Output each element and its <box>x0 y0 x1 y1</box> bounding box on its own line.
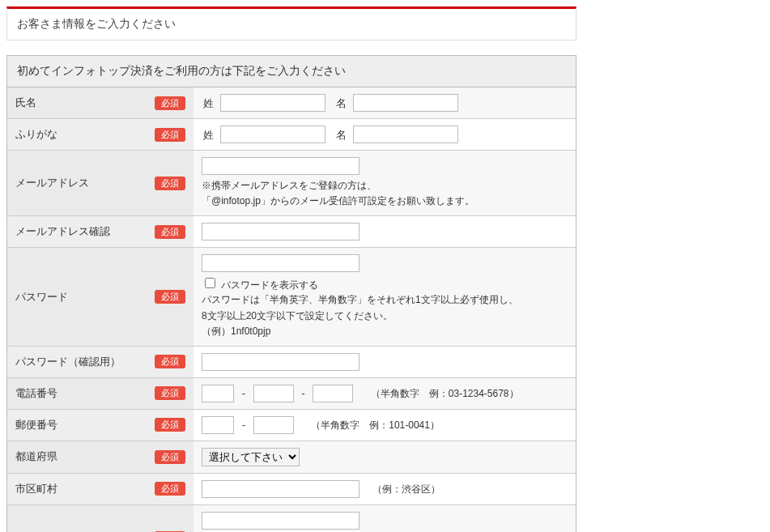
required-badge: 必須 <box>155 418 185 432</box>
password-hint3: （例）1nf0t0pjp <box>202 324 568 339</box>
zip1-input[interactable] <box>202 416 234 434</box>
tel-sep2: - <box>301 387 304 399</box>
zip-sep: - <box>242 419 245 431</box>
form-box: 初めてインフォトップ決済をご利用の方は下記をご入力ください 氏名 必須 姓 名 <box>6 55 576 532</box>
section-title-text: 初めてインフォトップ決済をご利用の方は下記をご入力ください <box>17 64 346 77</box>
lastname-input[interactable] <box>220 94 325 112</box>
city-input[interactable] <box>202 480 359 498</box>
required-badge: 必須 <box>155 96 185 110</box>
zip-hint: （半角数字 例：101-0041） <box>311 419 440 431</box>
page-title: お客さま情報をご入力ください <box>6 6 576 40</box>
page-title-text: お客さま情報をご入力ください <box>17 17 176 30</box>
password-confirm-input[interactable] <box>202 353 359 371</box>
kana-firstname-input[interactable] <box>353 126 458 143</box>
label-kana-last: 姓 <box>203 128 214 143</box>
required-badge: 必須 <box>155 290 185 304</box>
label-name: 氏名 <box>15 96 36 110</box>
required-badge: 必須 <box>155 225 185 239</box>
email-hint2: 「@infotop.jp」からのメール受信許可設定をお願い致します。 <box>202 194 568 209</box>
password-input[interactable] <box>202 254 359 272</box>
email-confirm-input[interactable] <box>202 223 359 240</box>
required-badge: 必須 <box>155 450 185 464</box>
tel-sep1: - <box>242 387 245 399</box>
label-zip: 郵便番号 <box>15 418 57 432</box>
address-input[interactable] <box>202 512 359 530</box>
label-kana: ふりがな <box>15 127 57 142</box>
kana-lastname-input[interactable] <box>220 126 325 143</box>
show-password-label: パスワードを表示する <box>221 279 318 291</box>
zip2-input[interactable] <box>253 416 294 434</box>
tel3-input[interactable] <box>313 385 353 402</box>
email-input[interactable] <box>202 157 359 175</box>
label-kana-first: 名 <box>336 128 347 143</box>
label-lastname: 姓 <box>203 96 214 111</box>
label-city: 市区町村 <box>15 482 57 496</box>
form-table: 氏名 必須 姓 名 ふりがな <box>7 87 576 532</box>
show-password-checkbox[interactable] <box>205 278 215 288</box>
required-badge: 必須 <box>155 355 185 368</box>
required-badge: 必須 <box>155 386 185 400</box>
password-hint1: パスワードは「半角英字、半角数字」をそれぞれ1文字以上必ず使用し、 <box>202 292 568 308</box>
city-hint: （例：渋谷区） <box>372 483 440 495</box>
required-badge: 必須 <box>155 482 185 496</box>
label-firstname: 名 <box>336 96 347 111</box>
required-badge: 必須 <box>155 128 185 142</box>
email-hint1: ※携帯メールアドレスをご登録の方は、 <box>202 178 568 194</box>
label-password: パスワード <box>15 290 68 304</box>
firstname-input[interactable] <box>353 94 458 112</box>
required-badge: 必須 <box>155 177 185 190</box>
label-tel: 電話番号 <box>15 386 57 401</box>
tel1-input[interactable] <box>202 385 234 402</box>
label-password-confirm: パスワード（確認用） <box>15 355 121 369</box>
label-email-confirm: メールアドレス確認 <box>15 224 110 239</box>
password-hint2: 8文字以上20文字以下で設定してください。 <box>202 309 568 324</box>
label-pref: 都道府県 <box>15 449 57 464</box>
label-email: メールアドレス <box>15 176 89 190</box>
tel2-input[interactable] <box>253 385 294 402</box>
section-title: 初めてインフォトップ決済をご利用の方は下記をご入力ください <box>7 56 576 87</box>
tel-hint: （半角数字 例：03-1234-5678） <box>371 388 519 399</box>
pref-select[interactable]: 選択して下さい <box>202 448 300 466</box>
